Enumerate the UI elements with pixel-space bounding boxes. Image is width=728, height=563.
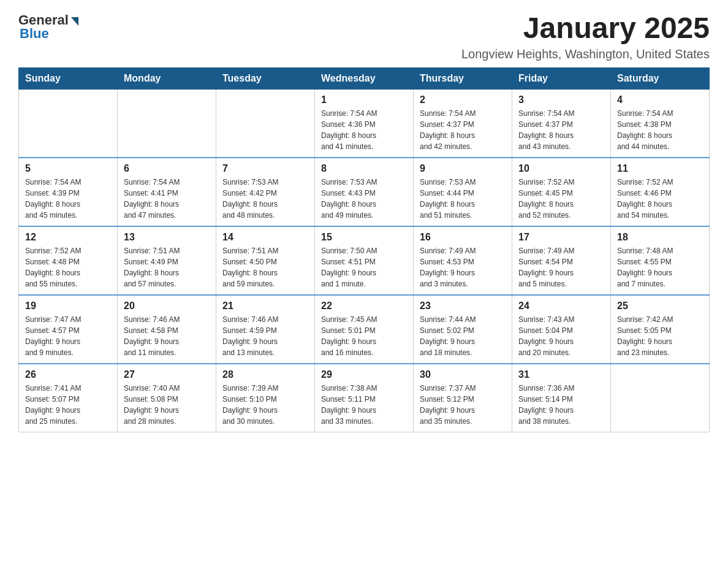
day-info: Sunrise: 7:54 AM Sunset: 4:38 PM Dayligh… xyxy=(617,108,703,152)
calendar-cell: 6Sunrise: 7:54 AM Sunset: 4:41 PM Daylig… xyxy=(118,158,216,226)
calendar-cell: 18Sunrise: 7:48 AM Sunset: 4:55 PM Dayli… xyxy=(611,226,710,295)
calendar-week-row: 26Sunrise: 7:41 AM Sunset: 5:07 PM Dayli… xyxy=(19,364,710,432)
day-number: 27 xyxy=(124,369,210,380)
day-number: 12 xyxy=(25,232,111,243)
calendar-cell: 26Sunrise: 7:41 AM Sunset: 5:07 PM Dayli… xyxy=(19,364,118,432)
day-info: Sunrise: 7:40 AM Sunset: 5:08 PM Dayligh… xyxy=(124,383,210,427)
calendar-cell: 14Sunrise: 7:51 AM Sunset: 4:50 PM Dayli… xyxy=(216,226,315,295)
calendar-cell: 4Sunrise: 7:54 AM Sunset: 4:38 PM Daylig… xyxy=(611,89,710,158)
calendar-cell: 5Sunrise: 7:54 AM Sunset: 4:39 PM Daylig… xyxy=(19,158,118,226)
calendar-cell: 12Sunrise: 7:52 AM Sunset: 4:48 PM Dayli… xyxy=(19,226,118,295)
calendar-cell: 3Sunrise: 7:54 AM Sunset: 4:37 PM Daylig… xyxy=(512,89,611,158)
weekday-header-monday: Monday xyxy=(118,67,216,89)
day-number: 3 xyxy=(518,94,604,105)
day-info: Sunrise: 7:36 AM Sunset: 5:14 PM Dayligh… xyxy=(518,383,604,427)
day-info: Sunrise: 7:52 AM Sunset: 4:45 PM Dayligh… xyxy=(518,177,604,221)
calendar-cell: 7Sunrise: 7:53 AM Sunset: 4:42 PM Daylig… xyxy=(216,158,315,226)
calendar-cell: 8Sunrise: 7:53 AM Sunset: 4:43 PM Daylig… xyxy=(315,158,414,226)
day-number: 1 xyxy=(321,94,407,105)
calendar-cell: 17Sunrise: 7:49 AM Sunset: 4:54 PM Dayli… xyxy=(512,226,611,295)
calendar-week-row: 5Sunrise: 7:54 AM Sunset: 4:39 PM Daylig… xyxy=(19,158,710,226)
location-text: Longview Heights, Washington, United Sta… xyxy=(461,47,710,61)
title-section: January 2025 Longview Heights, Washingto… xyxy=(461,12,710,61)
calendar-cell xyxy=(611,364,710,432)
day-number: 20 xyxy=(124,301,210,312)
weekday-header-tuesday: Tuesday xyxy=(216,67,315,89)
day-number: 22 xyxy=(321,301,407,312)
day-number: 9 xyxy=(420,163,506,174)
day-number: 16 xyxy=(420,232,506,243)
day-info: Sunrise: 7:39 AM Sunset: 5:10 PM Dayligh… xyxy=(222,383,308,427)
day-info: Sunrise: 7:51 AM Sunset: 4:50 PM Dayligh… xyxy=(222,245,308,289)
calendar-cell: 10Sunrise: 7:52 AM Sunset: 4:45 PM Dayli… xyxy=(512,158,611,226)
day-number: 21 xyxy=(222,301,308,312)
day-info: Sunrise: 7:46 AM Sunset: 4:58 PM Dayligh… xyxy=(124,314,210,358)
day-number: 29 xyxy=(321,369,407,380)
day-number: 26 xyxy=(25,369,111,380)
calendar-cell: 21Sunrise: 7:46 AM Sunset: 4:59 PM Dayli… xyxy=(216,295,315,364)
calendar-cell: 19Sunrise: 7:47 AM Sunset: 4:57 PM Dayli… xyxy=(19,295,118,364)
day-info: Sunrise: 7:54 AM Sunset: 4:39 PM Dayligh… xyxy=(25,177,111,221)
calendar-cell: 22Sunrise: 7:45 AM Sunset: 5:01 PM Dayli… xyxy=(315,295,414,364)
day-info: Sunrise: 7:38 AM Sunset: 5:11 PM Dayligh… xyxy=(321,383,407,427)
day-info: Sunrise: 7:37 AM Sunset: 5:12 PM Dayligh… xyxy=(420,383,506,427)
day-info: Sunrise: 7:54 AM Sunset: 4:41 PM Dayligh… xyxy=(124,177,210,221)
day-info: Sunrise: 7:43 AM Sunset: 5:04 PM Dayligh… xyxy=(518,314,604,358)
weekday-header-row: SundayMondayTuesdayWednesdayThursdayFrid… xyxy=(19,67,710,89)
day-info: Sunrise: 7:54 AM Sunset: 4:36 PM Dayligh… xyxy=(321,108,407,152)
day-info: Sunrise: 7:51 AM Sunset: 4:49 PM Dayligh… xyxy=(124,245,210,289)
day-info: Sunrise: 7:54 AM Sunset: 4:37 PM Dayligh… xyxy=(518,108,604,152)
page-header: General Blue January 2025 Longview Heigh… xyxy=(18,12,710,61)
day-number: 13 xyxy=(124,232,210,243)
weekday-header-wednesday: Wednesday xyxy=(315,67,414,89)
calendar-cell: 23Sunrise: 7:44 AM Sunset: 5:02 PM Dayli… xyxy=(414,295,512,364)
calendar-week-row: 19Sunrise: 7:47 AM Sunset: 4:57 PM Dayli… xyxy=(19,295,710,364)
day-info: Sunrise: 7:53 AM Sunset: 4:43 PM Dayligh… xyxy=(321,177,407,221)
calendar-cell xyxy=(216,89,315,158)
day-number: 6 xyxy=(124,163,210,174)
day-info: Sunrise: 7:52 AM Sunset: 4:48 PM Dayligh… xyxy=(25,245,111,289)
calendar-cell: 29Sunrise: 7:38 AM Sunset: 5:11 PM Dayli… xyxy=(315,364,414,432)
calendar-cell: 25Sunrise: 7:42 AM Sunset: 5:05 PM Dayli… xyxy=(611,295,710,364)
calendar-cell: 20Sunrise: 7:46 AM Sunset: 4:58 PM Dayli… xyxy=(118,295,216,364)
calendar-cell: 31Sunrise: 7:36 AM Sunset: 5:14 PM Dayli… xyxy=(512,364,611,432)
day-number: 4 xyxy=(617,94,703,105)
day-number: 25 xyxy=(617,301,703,312)
day-number: 24 xyxy=(518,301,604,312)
calendar-week-row: 12Sunrise: 7:52 AM Sunset: 4:48 PM Dayli… xyxy=(19,226,710,295)
calendar-cell xyxy=(19,89,118,158)
calendar-cell: 30Sunrise: 7:37 AM Sunset: 5:12 PM Dayli… xyxy=(414,364,512,432)
day-number: 5 xyxy=(25,163,111,174)
day-number: 31 xyxy=(518,369,604,380)
day-number: 2 xyxy=(420,94,506,105)
day-info: Sunrise: 7:48 AM Sunset: 4:55 PM Dayligh… xyxy=(617,245,703,289)
weekday-header-friday: Friday xyxy=(512,67,611,89)
day-number: 23 xyxy=(420,301,506,312)
calendar-week-row: 1Sunrise: 7:54 AM Sunset: 4:36 PM Daylig… xyxy=(19,89,710,158)
weekday-header-saturday: Saturday xyxy=(611,67,710,89)
day-number: 17 xyxy=(518,232,604,243)
day-number: 7 xyxy=(222,163,308,174)
day-number: 19 xyxy=(25,301,111,312)
day-number: 11 xyxy=(617,163,703,174)
day-number: 10 xyxy=(518,163,604,174)
calendar-cell: 24Sunrise: 7:43 AM Sunset: 5:04 PM Dayli… xyxy=(512,295,611,364)
logo-blue-text: Blue xyxy=(18,26,49,42)
day-number: 18 xyxy=(617,232,703,243)
calendar-cell: 16Sunrise: 7:49 AM Sunset: 4:53 PM Dayli… xyxy=(414,226,512,295)
calendar-cell: 15Sunrise: 7:50 AM Sunset: 4:51 PM Dayli… xyxy=(315,226,414,295)
logo-arrow-icon xyxy=(71,17,78,26)
calendar-cell: 28Sunrise: 7:39 AM Sunset: 5:10 PM Dayli… xyxy=(216,364,315,432)
calendar-cell: 27Sunrise: 7:40 AM Sunset: 5:08 PM Dayli… xyxy=(118,364,216,432)
day-info: Sunrise: 7:44 AM Sunset: 5:02 PM Dayligh… xyxy=(420,314,506,358)
weekday-header-thursday: Thursday xyxy=(414,67,512,89)
calendar-cell: 13Sunrise: 7:51 AM Sunset: 4:49 PM Dayli… xyxy=(118,226,216,295)
day-info: Sunrise: 7:47 AM Sunset: 4:57 PM Dayligh… xyxy=(25,314,111,358)
calendar-cell: 2Sunrise: 7:54 AM Sunset: 4:37 PM Daylig… xyxy=(414,89,512,158)
calendar-cell: 9Sunrise: 7:53 AM Sunset: 4:44 PM Daylig… xyxy=(414,158,512,226)
day-info: Sunrise: 7:49 AM Sunset: 4:53 PM Dayligh… xyxy=(420,245,506,289)
calendar-table: SundayMondayTuesdayWednesdayThursdayFrid… xyxy=(18,67,710,432)
day-info: Sunrise: 7:45 AM Sunset: 5:01 PM Dayligh… xyxy=(321,314,407,358)
day-info: Sunrise: 7:42 AM Sunset: 5:05 PM Dayligh… xyxy=(617,314,703,358)
day-info: Sunrise: 7:49 AM Sunset: 4:54 PM Dayligh… xyxy=(518,245,604,289)
